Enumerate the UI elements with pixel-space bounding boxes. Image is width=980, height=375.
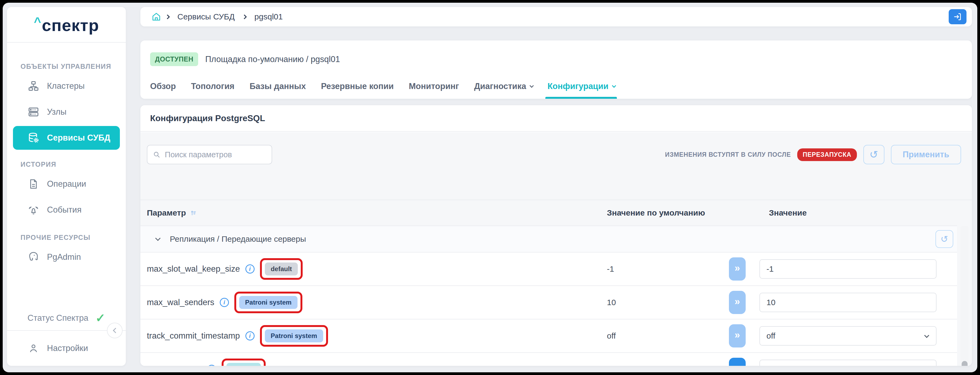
- default-value: 0: [607, 365, 611, 366]
- spektr-status-label: Статус Спектра: [27, 313, 89, 323]
- sidebar-collapse-button[interactable]: [107, 323, 123, 338]
- column-param[interactable]: Параметр: [147, 208, 186, 218]
- events-icon: [27, 203, 40, 216]
- annotation-highlight: default: [260, 258, 303, 280]
- search-icon: [153, 150, 161, 159]
- sidebar-item-operations[interactable]: Операции: [7, 171, 126, 197]
- transfer-default-button[interactable]: »: [729, 291, 746, 314]
- param-badge: Patroni system: [265, 329, 323, 342]
- tab-topology[interactable]: Топология: [191, 74, 234, 99]
- chevron-right-icon: [242, 14, 247, 19]
- nav-section-other: ПРОЧИЕ РЕСУРСЫ: [7, 234, 126, 242]
- tab-bar: Обзор Топология Базы данных Резервные ко…: [150, 74, 967, 99]
- refresh-icon: ↺: [870, 149, 878, 160]
- info-icon[interactable]: i: [245, 264, 255, 273]
- param-group-label: Репликация / Передающие серверы: [170, 234, 306, 244]
- sidebar-item-label: PgAdmin: [47, 252, 81, 262]
- search-box: [147, 145, 272, 164]
- value-input[interactable]: [759, 259, 937, 279]
- status-badge: ДОСТУПЕН: [150, 52, 198, 66]
- sidebar-nav: ОБЪЕКТЫ УПРАВЛЕНИЯ Кластеры: [7, 43, 126, 270]
- param-name: max_slot_wal_keep_size: [147, 264, 240, 274]
- home-icon[interactable]: [151, 12, 161, 22]
- logo-caret-icon: ^: [34, 15, 41, 29]
- param-badge: Patroni system: [239, 296, 298, 309]
- table-scrollbar[interactable]: [961, 226, 969, 362]
- tab-configurations[interactable]: Конфигурации: [547, 74, 615, 99]
- sidebar-bottom: Статус Спектра ✓ Настройки: [7, 306, 126, 366]
- table-row: max_slot_wal_keep_size i default -1 »: [140, 253, 957, 286]
- page-title: Площадка по-умолчанию / pgsql01: [205, 54, 340, 64]
- value-input[interactable]: [759, 293, 937, 312]
- annotation-highlight: Patroni system: [260, 325, 328, 347]
- param-name: wal_keep_size: [147, 364, 202, 366]
- info-icon[interactable]: i: [220, 298, 229, 307]
- sidebar-item-db-services[interactable]: Сервисы СУБД: [13, 126, 120, 150]
- tab-backups[interactable]: Резервные копии: [321, 74, 394, 99]
- pgadmin-icon: [27, 251, 40, 264]
- sidebar-item-label: Кластеры: [47, 81, 85, 91]
- param-name: track_commit_timestamp: [147, 331, 240, 341]
- login-icon: [953, 12, 962, 21]
- transfer-default-button[interactable]: »: [729, 358, 746, 366]
- tab-diagnostics[interactable]: Диагностика: [474, 74, 532, 99]
- chevron-down-icon: [155, 235, 161, 241]
- main-area: Сервисы СУБД pgsql01 ДОСТУПЕН Площадка п…: [140, 3, 972, 372]
- sidebar-item-nodes[interactable]: Узлы: [7, 99, 126, 125]
- apply-button[interactable]: Применить: [891, 145, 961, 164]
- table-row: max_wal_senders i Patroni system 10 »: [140, 286, 957, 319]
- sidebar-item-pgadmin[interactable]: PgAdmin: [7, 244, 126, 270]
- default-value: -1: [607, 264, 614, 273]
- annotation-highlight: Patroni system: [234, 292, 302, 313]
- chevron-down-icon: [612, 83, 616, 88]
- clusters-icon: [27, 79, 40, 92]
- search-input[interactable]: [165, 150, 266, 159]
- status-check-icon: ✓: [95, 312, 105, 324]
- param-badge: Patroni: [226, 363, 261, 366]
- sidebar-item-clusters[interactable]: Кластеры: [7, 73, 126, 99]
- transfer-default-button[interactable]: »: [729, 324, 746, 348]
- refresh-icon: ↺: [940, 234, 948, 245]
- service-header: ДОСТУПЕН Площадка по-умолчанию / pgsql01…: [140, 40, 972, 99]
- chevron-down-icon: [530, 83, 534, 88]
- restart-badge: ПЕРЕЗАПУСКА: [797, 148, 857, 161]
- nav-section-management: ОБЪЕКТЫ УПРАВЛЕНИЯ: [7, 63, 126, 70]
- sort-asc-icon[interactable]: [190, 209, 197, 216]
- chevron-right-icon: [165, 14, 170, 19]
- param-rows: max_slot_wal_keep_size i default -1 » ma: [140, 253, 957, 366]
- info-icon[interactable]: i: [245, 331, 255, 340]
- info-icon[interactable]: i: [207, 365, 216, 366]
- tab-overview[interactable]: Обзор: [150, 74, 176, 99]
- param-group-row[interactable]: Репликация / Передающие серверы ↺: [140, 226, 957, 253]
- value-input[interactable]: [759, 360, 937, 366]
- nav-section-history: ИСТОРИЯ: [7, 160, 126, 168]
- nodes-icon: [27, 105, 40, 118]
- refresh-button[interactable]: ↺: [863, 145, 885, 164]
- annotation-highlight: Patroni: [222, 359, 266, 366]
- breadcrumb-item-services[interactable]: Сервисы СУБД: [177, 12, 235, 21]
- param-badge: default: [265, 262, 298, 275]
- configuration-panel: Конфигурация PostgreSQL ИЗМЕНЕНИЯ ВСТУПЯ…: [140, 105, 972, 366]
- sidebar-item-settings[interactable]: Настройки: [7, 331, 126, 366]
- breadcrumb: Сервисы СУБД pgsql01: [140, 7, 972, 27]
- sidebar-item-events[interactable]: События: [7, 197, 126, 223]
- param-name: max_wal_senders: [147, 297, 214, 307]
- chevron-left-icon: [113, 328, 118, 333]
- logo-text: спектр: [42, 16, 99, 35]
- group-refresh-button[interactable]: ↺: [935, 230, 953, 248]
- panel-body: ИЗМЕНЕНИЯ ВСТУПЯТ В СИЛУ ПОСЛЕ ПЕРЕЗАПУС…: [140, 132, 972, 366]
- tab-monitoring[interactable]: Мониторинг: [409, 74, 459, 99]
- sidebar: ^спектр ОБЪЕКТЫ УПРАВЛЕНИЯ Кластеры: [7, 7, 126, 366]
- value-select[interactable]: off: [759, 326, 937, 346]
- sidebar-item-label: Узлы: [47, 107, 67, 117]
- default-value: 10: [607, 298, 616, 307]
- sidebar-item-label: События: [47, 205, 81, 215]
- transfer-default-button[interactable]: »: [729, 257, 746, 281]
- app-window: ^спектр ОБЪЕКТЫ УПРАВЛЕНИЯ Кластеры: [3, 3, 977, 372]
- tab-databases[interactable]: Базы данных: [250, 74, 305, 99]
- operations-icon: [27, 178, 40, 191]
- scrollbar-thumb[interactable]: [962, 361, 967, 366]
- session-button[interactable]: [949, 9, 967, 24]
- sidebar-divider: [7, 330, 126, 331]
- table-row: wal_keep_size i Patroni 0 »: [140, 353, 957, 366]
